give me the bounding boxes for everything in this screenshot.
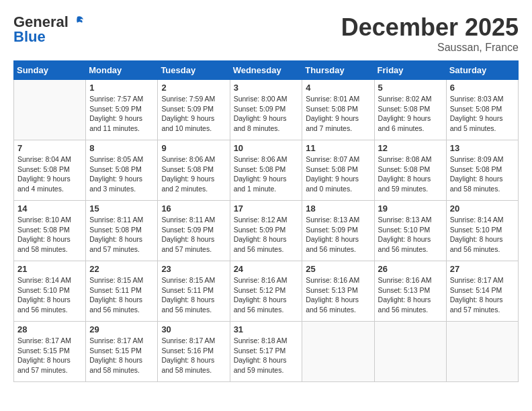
day-number: 5	[378, 83, 443, 93]
logo-bird-icon	[70, 14, 85, 29]
day-number: 27	[450, 264, 515, 274]
calendar-cell: 20Sunrise: 8:14 AM Sunset: 5:10 PM Dayli…	[446, 201, 518, 261]
calendar-cell: 10Sunrise: 8:06 AM Sunset: 5:08 PM Dayli…	[230, 140, 302, 201]
day-number: 21	[17, 264, 82, 274]
day-number: 20	[450, 203, 515, 214]
day-number: 31	[234, 324, 299, 334]
calendar-cell: 27Sunrise: 8:17 AM Sunset: 5:14 PM Dayli…	[446, 261, 518, 322]
day-number: 22	[89, 264, 154, 274]
day-number: 3	[234, 83, 299, 93]
day-number: 16	[161, 203, 226, 214]
day-info: Sunrise: 8:16 AM Sunset: 5:13 PM Dayligh…	[306, 275, 370, 315]
day-info: Sunrise: 8:18 AM Sunset: 5:17 PM Dayligh…	[234, 336, 299, 375]
week-row-5: 28Sunrise: 8:17 AM Sunset: 5:15 PM Dayli…	[14, 322, 519, 382]
day-number: 23	[161, 264, 226, 274]
weekday-header-thursday: Thursday	[302, 61, 374, 80]
day-number: 24	[234, 264, 299, 274]
calendar-cell: 26Sunrise: 8:16 AM Sunset: 5:13 PM Dayli…	[374, 261, 446, 322]
weekday-header-saturday: Saturday	[446, 61, 518, 80]
day-number: 12	[378, 143, 443, 153]
calendar-cell: 7Sunrise: 8:04 AM Sunset: 5:08 PM Daylig…	[14, 140, 86, 201]
month-year-title: December 2025	[341, 13, 519, 42]
day-info: Sunrise: 8:00 AM Sunset: 5:09 PM Dayligh…	[234, 94, 299, 134]
weekday-header-friday: Friday	[374, 61, 446, 80]
day-number: 19	[378, 203, 443, 214]
calendar-cell: 9Sunrise: 8:06 AM Sunset: 5:08 PM Daylig…	[158, 140, 230, 201]
day-info: Sunrise: 8:07 AM Sunset: 5:08 PM Dayligh…	[306, 154, 370, 194]
day-info: Sunrise: 8:13 AM Sunset: 5:09 PM Dayligh…	[306, 215, 370, 255]
day-info: Sunrise: 8:06 AM Sunset: 5:08 PM Dayligh…	[161, 154, 226, 194]
calendar-cell: 16Sunrise: 8:11 AM Sunset: 5:09 PM Dayli…	[158, 201, 230, 261]
day-info: Sunrise: 8:16 AM Sunset: 5:13 PM Dayligh…	[378, 275, 443, 315]
calendar-cell	[14, 80, 86, 140]
day-info: Sunrise: 8:14 AM Sunset: 5:10 PM Dayligh…	[17, 275, 82, 315]
day-info: Sunrise: 8:14 AM Sunset: 5:10 PM Dayligh…	[450, 215, 515, 255]
day-info: Sunrise: 8:01 AM Sunset: 5:08 PM Dayligh…	[306, 94, 370, 134]
day-info: Sunrise: 8:06 AM Sunset: 5:08 PM Dayligh…	[234, 154, 299, 194]
day-info: Sunrise: 8:08 AM Sunset: 5:08 PM Dayligh…	[378, 154, 443, 194]
weekday-header-row: SundayMondayTuesdayWednesdayThursdayFrid…	[14, 61, 519, 80]
calendar-cell: 3Sunrise: 8:00 AM Sunset: 5:09 PM Daylig…	[230, 80, 302, 140]
day-number: 10	[234, 143, 299, 153]
calendar-cell: 30Sunrise: 8:17 AM Sunset: 5:16 PM Dayli…	[158, 322, 230, 382]
calendar-cell: 13Sunrise: 8:09 AM Sunset: 5:08 PM Dayli…	[446, 140, 518, 201]
location-subtitle: Saussan, France	[341, 42, 519, 54]
calendar-cell: 11Sunrise: 8:07 AM Sunset: 5:08 PM Dayli…	[302, 140, 374, 201]
day-info: Sunrise: 8:11 AM Sunset: 5:08 PM Dayligh…	[89, 215, 154, 255]
calendar-cell	[374, 322, 446, 382]
weekday-header-monday: Monday	[86, 61, 158, 80]
calendar-cell: 23Sunrise: 8:15 AM Sunset: 5:11 PM Dayli…	[158, 261, 230, 322]
logo-blue: Blue	[13, 28, 46, 46]
title-area: December 2025 Saussan, France	[341, 13, 519, 54]
day-number: 13	[450, 143, 515, 153]
day-info: Sunrise: 8:17 AM Sunset: 5:15 PM Dayligh…	[89, 336, 154, 375]
day-info: Sunrise: 8:15 AM Sunset: 5:11 PM Dayligh…	[161, 275, 226, 315]
day-number: 18	[306, 203, 370, 214]
weekday-header-sunday: Sunday	[14, 61, 86, 80]
day-info: Sunrise: 8:10 AM Sunset: 5:08 PM Dayligh…	[17, 215, 82, 255]
day-info: Sunrise: 8:04 AM Sunset: 5:08 PM Dayligh…	[17, 154, 82, 194]
day-info: Sunrise: 8:05 AM Sunset: 5:08 PM Dayligh…	[89, 154, 154, 194]
calendar-cell: 17Sunrise: 8:12 AM Sunset: 5:09 PM Dayli…	[230, 201, 302, 261]
day-number: 9	[161, 143, 226, 153]
day-info: Sunrise: 8:17 AM Sunset: 5:16 PM Dayligh…	[161, 336, 226, 375]
calendar-cell: 12Sunrise: 8:08 AM Sunset: 5:08 PM Dayli…	[374, 140, 446, 201]
day-number: 11	[306, 143, 370, 153]
day-info: Sunrise: 8:17 AM Sunset: 5:14 PM Dayligh…	[450, 275, 515, 315]
day-number: 2	[161, 83, 226, 93]
calendar-cell: 8Sunrise: 8:05 AM Sunset: 5:08 PM Daylig…	[86, 140, 158, 201]
day-number: 1	[89, 83, 154, 93]
day-info: Sunrise: 8:13 AM Sunset: 5:10 PM Dayligh…	[378, 215, 443, 255]
day-number: 25	[306, 264, 370, 274]
calendar-table: SundayMondayTuesdayWednesdayThursdayFrid…	[13, 60, 519, 382]
day-number: 15	[89, 203, 154, 214]
week-row-3: 14Sunrise: 8:10 AM Sunset: 5:08 PM Dayli…	[14, 201, 519, 261]
day-number: 17	[234, 203, 299, 214]
day-info: Sunrise: 8:11 AM Sunset: 5:09 PM Dayligh…	[161, 215, 226, 255]
day-number: 29	[89, 324, 154, 334]
calendar-cell: 19Sunrise: 8:13 AM Sunset: 5:10 PM Dayli…	[374, 201, 446, 261]
calendar-cell: 28Sunrise: 8:17 AM Sunset: 5:15 PM Dayli…	[14, 322, 86, 382]
calendar-cell: 31Sunrise: 8:18 AM Sunset: 5:17 PM Dayli…	[230, 322, 302, 382]
day-number: 14	[17, 203, 82, 214]
day-info: Sunrise: 8:16 AM Sunset: 5:12 PM Dayligh…	[234, 275, 299, 315]
week-row-1: 1Sunrise: 7:57 AM Sunset: 5:09 PM Daylig…	[14, 80, 519, 140]
calendar-cell	[302, 322, 374, 382]
calendar-cell: 22Sunrise: 8:15 AM Sunset: 5:11 PM Dayli…	[86, 261, 158, 322]
day-info: Sunrise: 7:57 AM Sunset: 5:09 PM Dayligh…	[89, 94, 154, 134]
logo: General Blue	[13, 13, 85, 46]
weekday-header-tuesday: Tuesday	[158, 61, 230, 80]
calendar-cell: 2Sunrise: 7:59 AM Sunset: 5:09 PM Daylig…	[158, 80, 230, 140]
calendar-cell	[446, 322, 518, 382]
calendar-cell: 4Sunrise: 8:01 AM Sunset: 5:08 PM Daylig…	[302, 80, 374, 140]
calendar-cell: 24Sunrise: 8:16 AM Sunset: 5:12 PM Dayli…	[230, 261, 302, 322]
calendar-cell: 15Sunrise: 8:11 AM Sunset: 5:08 PM Dayli…	[86, 201, 158, 261]
day-number: 6	[450, 83, 515, 93]
day-info: Sunrise: 8:02 AM Sunset: 5:08 PM Dayligh…	[378, 94, 443, 134]
day-number: 28	[17, 324, 82, 334]
day-number: 7	[17, 143, 82, 153]
day-info: Sunrise: 8:03 AM Sunset: 5:08 PM Dayligh…	[450, 94, 515, 134]
day-number: 26	[378, 264, 443, 274]
week-row-2: 7Sunrise: 8:04 AM Sunset: 5:08 PM Daylig…	[14, 140, 519, 201]
calendar-cell: 18Sunrise: 8:13 AM Sunset: 5:09 PM Dayli…	[302, 201, 374, 261]
